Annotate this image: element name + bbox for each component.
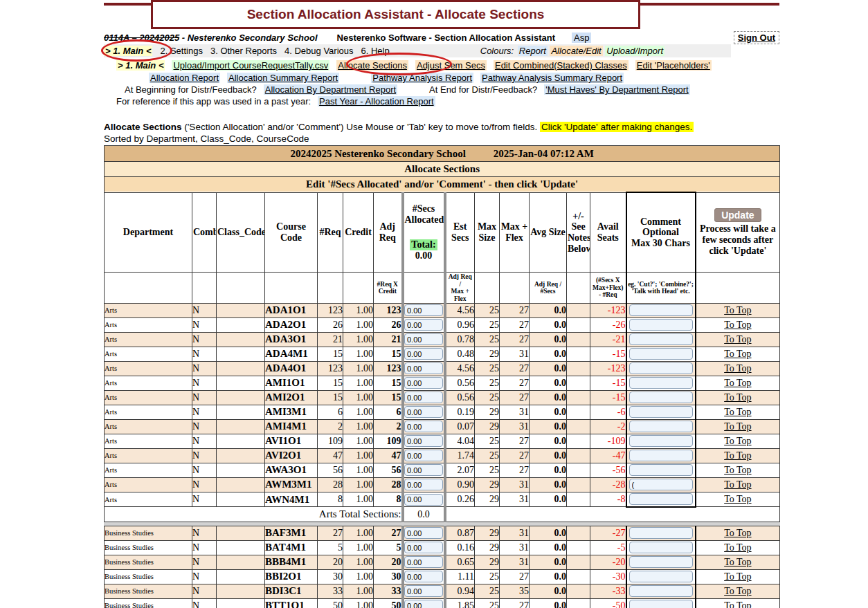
allocation-report-link[interactable]: Allocation Report [149, 73, 220, 83]
secs-allocated-input[interactable] [404, 435, 443, 447]
to-top-link[interactable]: To Top [724, 392, 751, 403]
comment-input[interactable] [629, 585, 693, 597]
upload-import-link[interactable]: Upload/Import CourseRequestTally.csv [172, 60, 329, 71]
instructions-lead: Allocate Sections [104, 122, 182, 132]
to-top-link[interactable]: To Top [724, 571, 751, 582]
secs-allocated-input[interactable] [404, 556, 443, 568]
secs-allocated-input[interactable] [404, 304, 443, 316]
comment-input[interactable] [629, 348, 693, 360]
comment-input[interactable] [629, 435, 693, 447]
max-size-cell: 29 [475, 555, 500, 569]
comment-input[interactable] [629, 362, 693, 374]
comb-cell: N [192, 317, 217, 332]
to-top-link[interactable]: To Top [724, 465, 751, 475]
to-top-link[interactable]: To Top [724, 421, 751, 432]
avg-size-cell: 0.0 [530, 526, 567, 540]
to-top-link[interactable]: To Top [724, 479, 751, 490]
secs-allocated-input[interactable] [404, 464, 443, 476]
menu-item-help[interactable]: 6. Help [361, 46, 390, 56]
avail-seats-cell: -123 [590, 303, 626, 317]
notes-cell [567, 303, 590, 317]
secs-allocated-input[interactable] [404, 362, 443, 374]
comment-input[interactable] [629, 464, 693, 476]
table-row: Arts N AMI2O1 15 1.00 15 0.56 25 27 0.0 … [105, 390, 780, 405]
secs-allocated-input[interactable] [404, 377, 443, 389]
instructions-body: ('Section Allocation' and/or 'Comment') … [182, 122, 538, 132]
to-top-link[interactable]: To Top [724, 600, 751, 608]
comment-input[interactable] [629, 600, 693, 608]
allocation-by-department-link[interactable]: Allocation By Department Report [264, 84, 397, 95]
comment-input[interactable] [629, 391, 693, 403]
comment-input[interactable] [629, 406, 693, 418]
allocate-sections-link[interactable]: Allocate Sections [336, 60, 408, 71]
comment-input[interactable] [629, 421, 693, 432]
to-top-link[interactable]: To Top [724, 363, 751, 374]
to-top-link[interactable]: To Top [724, 542, 751, 553]
sign-out-button[interactable]: Sign Out [734, 31, 779, 44]
comment-input[interactable] [629, 377, 693, 389]
to-top-link[interactable]: To Top [724, 349, 751, 359]
secs-allocated-input[interactable] [404, 406, 443, 418]
adj-req-cell: 8 [374, 492, 403, 507]
comment-input[interactable] [629, 527, 693, 539]
edit-placeholders-link[interactable]: Edit 'Placeholders' [635, 60, 712, 71]
secs-allocated-input[interactable] [404, 333, 443, 345]
to-top-link[interactable]: To Top [724, 557, 751, 567]
max-flex-cell: 31 [500, 526, 530, 540]
update-button[interactable]: Update [714, 208, 761, 222]
secs-allocated-input[interactable] [404, 600, 443, 608]
adj-req-cell: 26 [374, 317, 403, 332]
comment-input[interactable] [629, 479, 693, 490]
to-top-link[interactable]: To Top [724, 320, 751, 330]
to-top-link[interactable]: To Top [724, 528, 751, 538]
to-top-link[interactable]: To Top [724, 407, 751, 417]
to-top-link[interactable]: To Top [724, 305, 751, 315]
secs-allocated-input[interactable] [404, 421, 443, 432]
credit-cell: 1.00 [343, 540, 374, 555]
comment-input[interactable] [629, 556, 693, 568]
menu-item-debug[interactable]: 4. Debug Various [284, 46, 354, 56]
max-flex-cell: 27 [500, 317, 530, 332]
secs-allocated-input[interactable] [404, 494, 443, 506]
secs-allocated-input[interactable] [404, 527, 443, 539]
comment-input[interactable] [629, 571, 693, 582]
comment-input[interactable] [629, 319, 693, 331]
course-code-cell: AWM3M1 [265, 477, 318, 492]
secs-allocated-input[interactable] [404, 319, 443, 331]
secs-allocated-input[interactable] [404, 585, 443, 597]
comment-input[interactable] [629, 304, 693, 316]
to-top-link[interactable]: To Top [724, 436, 751, 446]
est-secs-cell: 0.78 [445, 332, 475, 347]
colour-legend-allocate: Allocate/Edit [550, 46, 602, 56]
adjust-sem-secs-link[interactable]: Adjust Sem Secs [415, 60, 487, 71]
avg-size-cell: 0.0 [530, 303, 567, 317]
comment-cell [626, 448, 696, 463]
comment-cell [626, 477, 696, 492]
edit-combined-link[interactable]: Edit Combined(Stacked) Classes [494, 60, 629, 71]
to-top-link[interactable]: To Top [724, 334, 751, 344]
to-top-link[interactable]: To Top [724, 586, 751, 596]
menu-item-settings[interactable]: 2. Settings [160, 46, 202, 56]
comment-input[interactable] [629, 493, 693, 505]
to-top-link[interactable]: To Top [724, 378, 751, 388]
secs-allocated-input[interactable] [404, 479, 443, 490]
req-cell: 20 [318, 555, 343, 569]
comment-input[interactable] [629, 542, 693, 553]
past-year-allocation-report-link[interactable]: Past Year - Allocation Report [318, 96, 435, 107]
to-top-link[interactable]: To Top [724, 494, 751, 504]
secs-allocated-input[interactable] [404, 450, 443, 461]
comment-input[interactable] [629, 450, 693, 461]
secs-allocated-input[interactable] [404, 542, 443, 553]
pathway-analysis-summary-report-link[interactable]: Pathway Analysis Summary Report [480, 73, 624, 83]
secs-allocated-input[interactable] [404, 348, 443, 360]
menu-item-other-reports[interactable]: 3. Other Reports [210, 46, 277, 56]
to-top-link[interactable]: To Top [724, 450, 751, 461]
course-code-cell: ADA1O1 [265, 303, 318, 317]
allocation-summary-report-link[interactable]: Allocation Summary Report [227, 73, 339, 83]
must-haves-by-department-link[interactable]: 'Must Haves' By Department Report [544, 84, 690, 95]
menu-main-current[interactable]: > 1. Main < [104, 46, 152, 56]
secs-allocated-input[interactable] [404, 571, 443, 582]
comment-input[interactable] [629, 333, 693, 345]
secs-allocated-input[interactable] [404, 391, 443, 403]
pathway-analysis-report-link[interactable]: Pathway Analysis Report [371, 73, 473, 83]
